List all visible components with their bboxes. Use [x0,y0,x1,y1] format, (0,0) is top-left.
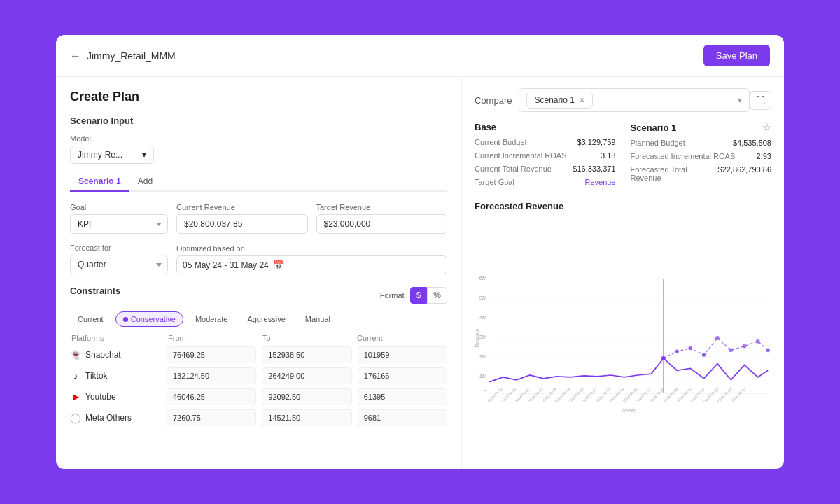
svg-point-18 [688,346,692,351]
meta-from-input[interactable] [167,410,256,426]
svg-point-24 [766,348,770,352]
svg-text:6M: 6M [479,275,487,281]
constraint-tab-manual[interactable]: Manual [298,312,338,327]
tiktok-icon: ♪ [70,370,81,382]
youtube-from-input[interactable] [167,388,256,405]
forecast-for-label: Forecast for [70,244,168,252]
date-range-text: 05 May 24 - 31 May 24 [183,260,269,270]
tab-add[interactable]: Add + [132,172,165,190]
forecast-for-field: Forecast for Quarter [70,244,168,274]
forecast-for-select[interactable]: Quarter [70,255,168,274]
platform-row-meta: ◯ Meta Others [70,410,447,426]
youtube-icon: ▶ [70,391,81,402]
constraints-section: Constraints Format $ % Current Conser [70,286,447,426]
col-from: From [168,334,257,342]
tab-scenario1[interactable]: Scenario 1 [70,172,130,192]
compare-bar: Compare Scenario 1 ✕ ▾ ⛶ [475,88,771,112]
svg-text:2024-08-18: 2024-08-18 [730,387,746,403]
constraint-tab-aggressive[interactable]: Aggressive [239,312,293,327]
page-title: Create Plan [70,90,447,104]
compare-dropdown[interactable]: Scenario 1 ✕ ▾ [519,88,750,112]
date-range-input[interactable]: 05 May 24 - 31 May 24 📅 [176,255,447,274]
target-goal-row: Target Goal Revenue [475,178,616,186]
page-content: Create Plan Scenario Input Model Jimmy-R… [56,77,784,469]
dropdown-chevron-icon: ▾ [738,95,742,105]
current-budget-row: Current Budget $3,129,759 [475,138,616,146]
back-button[interactable]: ← [70,50,81,62]
goal-label: Goal [70,203,168,211]
chip-close-icon[interactable]: ✕ [579,96,585,105]
right-panel: Compare Scenario 1 ✕ ▾ ⛶ [462,77,784,469]
header-title: Jimmy_Retail_MMM [87,50,176,62]
youtube-current-input[interactable] [358,388,447,405]
model-field: Model Jimmy-Re... ▾ [70,134,447,164]
scenario1-header: Scenario 1 ☆ [631,122,772,133]
header: ← Jimmy_Retail_MMM Save Plan [56,35,784,77]
format-percent-button[interactable]: % [427,287,447,304]
planned-budget-row: Planned Budget $4,535,508 [631,139,772,147]
conservative-dot [123,317,128,322]
constraints-header: Constraints Format $ % [70,286,447,304]
base-header: Base [475,122,616,132]
current-revenue-input[interactable] [176,214,308,234]
chart-area: 6M 5M 4M 3M 2M 1M 0 Revenue [475,218,771,458]
scenario1-column: Scenario 1 ☆ Planned Budget $4,535,508 F… [622,122,772,191]
current-revenue-label: Current Revenue [176,203,308,211]
svg-text:3M: 3M [479,334,487,340]
svg-point-16 [662,356,666,360]
constraints-label: Constraints [70,286,120,296]
platform-table-header: Platforms From To Current [70,334,447,342]
svg-text:4M: 4M [479,314,487,321]
meta-name: ◯ Meta Others [70,412,161,424]
svg-text:0: 0 [484,388,486,395]
meta-to-input[interactable] [262,410,351,426]
optimized-based-on-label: Optimized based on [176,244,447,253]
constraint-tab-moderate[interactable]: Moderate [188,312,235,327]
goal-select[interactable]: KPI [70,214,168,234]
save-plan-button[interactable]: Save Plan [704,45,770,66]
expand-button[interactable]: ⛶ [750,91,771,110]
snapchat-to-input[interactable] [262,346,351,363]
main-card: ← Jimmy_Retail_MMM Save Plan Create Plan… [56,35,784,469]
svg-point-22 [743,344,747,349]
youtube-to-input[interactable] [262,388,351,405]
platforms-table: Platforms From To Current 👻 Snapchat [70,334,447,426]
svg-point-20 [715,336,720,340]
svg-text:5M: 5M [479,295,487,301]
snapchat-current-input[interactable] [358,346,447,363]
format-label: Format [380,291,405,300]
current-revenue-row: Current Total Revenue $16,333,371 [475,164,616,173]
col-current: Current [357,334,446,342]
calendar-icon: 📅 [273,260,284,270]
constraint-tab-current[interactable]: Current [70,312,111,327]
format-dollar-button[interactable]: $ [410,287,428,304]
header-left: ← Jimmy_Retail_MMM [70,50,176,62]
tiktok-from-input[interactable] [167,368,256,384]
svg-point-23 [756,340,760,344]
target-revenue-input[interactable] [316,214,448,234]
tiktok-to-input[interactable] [262,368,351,384]
svg-point-17 [675,349,679,354]
tiktok-current-input[interactable] [358,368,447,384]
left-panel: Create Plan Scenario Input Model Jimmy-R… [56,77,462,469]
scenario-tabs: Scenario 1 Add + [70,172,447,192]
meta-current-input[interactable] [358,410,447,426]
target-revenue-field: Target Revenue [316,203,448,234]
format-group-wrap: Format $ % [380,287,447,304]
svg-point-19 [702,353,706,357]
forecasted-revenue-row: Forecasted Total Revenue $22,862,790.86 [631,165,772,182]
target-revenue-label: Target Revenue [316,203,448,211]
goal-revenue-row: Goal KPI Current Revenue Target Revenue [70,203,447,234]
star-icon[interactable]: ☆ [762,122,771,133]
model-select[interactable]: Jimmy-Re... ▾ [70,146,154,164]
snapchat-icon: 👻 [70,349,81,360]
goal-field: Goal KPI [70,203,168,234]
platform-row-youtube: ▶ Youtube [70,388,447,405]
svg-text:Weeks: Weeks [621,408,636,413]
snapchat-from-input[interactable] [167,346,256,363]
constraint-tab-conservative[interactable]: Conservative [115,312,183,327]
platform-row-snapchat: 👻 Snapchat [70,346,447,363]
format-toggle: $ % [410,287,447,304]
scenario-chip: Scenario 1 ✕ [526,92,592,108]
revenue-chart: 6M 5M 4M 3M 2M 1M 0 Revenue [475,218,771,458]
